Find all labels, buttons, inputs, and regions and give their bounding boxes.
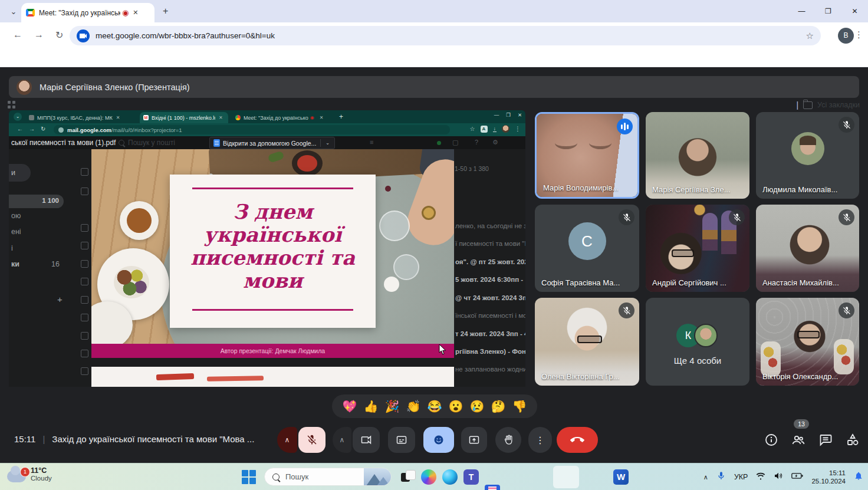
participant-name: Вікторія Олександр... xyxy=(762,372,838,381)
chrome-favicon xyxy=(235,115,241,120)
restore-button[interactable]: ❐ xyxy=(815,7,841,15)
task-view-button[interactable] xyxy=(400,469,415,485)
mic-off-icon xyxy=(839,117,854,133)
tab-search-icon[interactable]: ⌄ xyxy=(7,5,20,18)
gmail-inbox-pill: 1 100 xyxy=(9,195,64,208)
battery-icon[interactable] xyxy=(791,471,803,483)
end-call-button[interactable] xyxy=(557,427,598,453)
email-row-fragment: @ чт 24 жовт. 2024 3пп xyxy=(455,294,525,301)
participants-button[interactable] xyxy=(791,433,805,449)
overflow-tile[interactable]: К Ще 4 особи xyxy=(646,298,749,386)
new-tab-button[interactable]: + xyxy=(163,6,168,17)
emoji-laugh[interactable]: 😂 xyxy=(428,400,442,412)
gmail-favicon: M xyxy=(143,115,149,120)
emoji-party[interactable]: 🎉 xyxy=(385,400,400,412)
emoji-cry[interactable]: 😢 xyxy=(470,400,485,412)
participant-tile[interactable]: С Софія Тарасівна Ма... xyxy=(535,205,639,292)
participant-tile[interactable]: Олена Вікторівна Гр... xyxy=(535,298,639,386)
participant-tile[interactable]: Марія Сергіївна Зле... xyxy=(646,112,749,199)
back-button[interactable]: ← xyxy=(13,29,22,40)
notifications-bell-icon[interactable] xyxy=(854,471,863,483)
raise-hand-button[interactable] xyxy=(495,427,521,453)
camera-options-button[interactable]: ∧ xyxy=(333,427,351,453)
save-app-icon[interactable] xyxy=(485,485,500,490)
all-bookmarks-label[interactable]: Усі закладки xyxy=(817,101,860,109)
google-docs-icon xyxy=(213,139,220,147)
overflow-avatars: К xyxy=(676,324,719,347)
emoji-thinking[interactable]: 🤔 xyxy=(491,400,506,412)
start-button[interactable] xyxy=(242,470,256,484)
participant-tile[interactable]: Андрій Сергійович ... xyxy=(646,205,749,292)
taskbar-search[interactable]: Пошук xyxy=(264,468,392,486)
camera-button[interactable] xyxy=(353,427,380,453)
shared-back-icon: ← xyxy=(17,126,23,132)
mic-off-icon xyxy=(839,209,854,225)
bookmark-star-icon[interactable]: ☆ xyxy=(806,31,814,41)
email-row-fragment: ї писемності та мови "М xyxy=(455,240,525,247)
participant-name: Софія Тарасівна Ма... xyxy=(541,278,620,287)
mic-options-button[interactable]: ∧ xyxy=(277,427,297,453)
info-button[interactable] xyxy=(764,433,778,449)
meet-site-icon xyxy=(77,29,90,42)
reload-button[interactable]: ↻ xyxy=(55,29,63,41)
email-checkbox xyxy=(81,168,88,176)
gmail-sidebar-fragment: і xyxy=(11,244,13,252)
address-bar[interactable]: meet.google.com/wbr-bbbx-bra?authuser=0&… xyxy=(70,26,821,45)
reactions-bar: 💖 👍 🎉 👏 😂 😮 😢 🤔 👎 xyxy=(332,394,537,418)
shared-tab-meet: Meet: "Захід до українсько ◉ ✕ xyxy=(232,112,333,123)
emoji-thumbs-up[interactable]: 👍 xyxy=(364,400,379,412)
present-button[interactable] xyxy=(461,427,487,453)
apps-icon: ▢ xyxy=(452,139,458,146)
apps-grid-icon[interactable] xyxy=(8,101,15,108)
email-row-fragment: їнської писемності і мов xyxy=(455,312,525,319)
chat-button[interactable] xyxy=(818,433,833,449)
participant-tile-speaking[interactable]: Марія Володимирів... xyxy=(535,112,639,199)
more-options-button[interactable]: ⋮ xyxy=(528,427,552,453)
tab-title: Meet: "Захід до українсько xyxy=(39,9,120,17)
profile-avatar[interactable]: B xyxy=(838,28,854,44)
captions-button[interactable] xyxy=(388,427,415,453)
participant-name: Людмила Миколаїв... xyxy=(762,185,837,194)
gmail-add-icon: + xyxy=(57,294,63,304)
language-indicator[interactable]: УКР xyxy=(734,473,748,481)
emoji-thumbs-down[interactable]: 👎 xyxy=(512,400,527,412)
participant-name: Андрій Сергійович ... xyxy=(652,278,726,287)
tray-clock[interactable]: 15:11 25.10.2024 xyxy=(811,469,846,486)
tab-close-icon[interactable]: ✕ xyxy=(133,9,138,17)
participant-tile[interactable]: Людмила Миколаїв... xyxy=(756,112,859,199)
email-row-fragment: не заплановано жодних xyxy=(455,366,525,373)
browser-menu-icon[interactable]: ⋮ xyxy=(854,29,863,40)
meeting-info: 15:11 | Захід до української писемності … xyxy=(14,434,254,444)
participant-tile[interactable]: Анастасія Михайлів... xyxy=(756,205,859,292)
teams-icon[interactable]: T xyxy=(463,469,479,485)
presenter-banner: Марія Сергіївна Зленко (Презентація) xyxy=(9,76,859,98)
mic-muted-button[interactable] xyxy=(298,427,326,453)
minimize-button[interactable]: — xyxy=(788,7,815,15)
open-with-button[interactable]: Відкрити за допомогою Google... ⌄ xyxy=(209,137,335,149)
reactions-button[interactable] xyxy=(423,427,454,453)
weather-widget[interactable]: 1 11°C Cloudy xyxy=(7,466,52,482)
tray-expand-icon[interactable]: ∧ xyxy=(703,473,708,481)
word-icon[interactable]: W xyxy=(613,469,629,485)
gmail-drafts-count: 16 xyxy=(51,260,60,268)
wifi-icon[interactable] xyxy=(756,471,765,483)
emoji-surprised[interactable]: 😮 xyxy=(449,400,463,412)
bookmarks-divider: | xyxy=(796,100,798,110)
edge-icon[interactable] xyxy=(442,469,458,485)
emoji-heart[interactable]: 💖 xyxy=(343,400,357,412)
close-button[interactable]: ✕ xyxy=(841,7,868,15)
open-with-dropdown-icon[interactable]: ⌄ xyxy=(321,140,334,146)
presentation-slide: З днем української писемності та мови xyxy=(91,149,454,344)
email-row-fragment: т 24 жовт. 2024 3пп - 4 xyxy=(455,330,525,337)
emoji-clap[interactable]: 👏 xyxy=(406,400,421,412)
volume-icon[interactable] xyxy=(774,471,783,483)
browser-tab-meet[interactable]: Meet: "Захід до українсько ◉ ✕ xyxy=(21,3,154,22)
email-checkbox xyxy=(81,188,88,195)
participant-tile[interactable]: Вікторія Олександр... xyxy=(756,298,859,386)
tray-mic-icon[interactable] xyxy=(716,471,726,483)
activities-button[interactable] xyxy=(846,433,860,449)
forward-button[interactable]: → xyxy=(34,29,44,40)
translate-icon: A xyxy=(481,126,488,133)
copilot-icon[interactable] xyxy=(421,469,436,485)
participants-count-badge: 13 xyxy=(794,419,809,429)
